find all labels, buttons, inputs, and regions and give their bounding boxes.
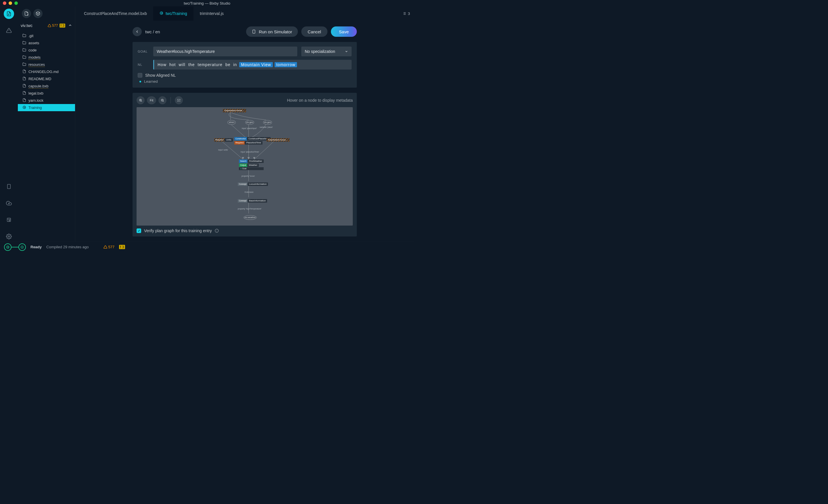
- edge-label: input 'units': [218, 149, 228, 151]
- tree-item-label: Training: [29, 105, 42, 110]
- tree-item-label: assets: [29, 41, 39, 45]
- folder-icon: [23, 48, 26, 53]
- learned-label: Learned: [144, 79, 158, 84]
- editor-area: ConstructPlaceAndTime.model.bxbtwc/Train…: [75, 6, 414, 242]
- nl-token[interactable]: Mountain View: [239, 62, 273, 67]
- bixby-icon: [160, 11, 163, 16]
- tree-item-label: capsule.bxb: [29, 84, 48, 89]
- activity-rail: [0, 6, 18, 242]
- node-expression[interactable]: Expression tmnw…: [223, 109, 246, 112]
- tree-item-label: legal.bxb: [29, 91, 43, 95]
- bixby-icon: [23, 105, 26, 110]
- tab-twc-Training[interactable]: twc/Training: [153, 6, 194, 21]
- edge-label: input 'placeAndTime': [241, 151, 259, 153]
- verify-checkbox[interactable]: [136, 228, 141, 233]
- show-aligned-checkbox[interactable]: [138, 73, 142, 78]
- folder-icon: [23, 55, 26, 60]
- file-icon: [23, 84, 26, 89]
- tree-item-label: .git: [29, 34, 33, 38]
- edge-label: property 'locus': [242, 175, 255, 177]
- svg-point-7: [9, 220, 10, 221]
- tree-item-capsule-bxb[interactable]: capsule.bxb: [18, 83, 75, 90]
- tab-right-indicator[interactable]: 3: [402, 6, 414, 21]
- titlebar: twc/Training — Bixby Studio: [0, 0, 414, 6]
- rail-cloud[interactable]: [4, 198, 14, 208]
- nl-token[interactable]: How: [157, 62, 167, 67]
- new-file-button[interactable]: [22, 9, 31, 18]
- node-units[interactable]: RequiredUnits: [214, 138, 233, 142]
- specialization-select[interactable]: No specialization: [301, 47, 351, 56]
- node-expression2[interactable]: Expression locus…: [266, 138, 290, 142]
- svg-point-8: [8, 236, 10, 237]
- chevron-up-icon[interactable]: [68, 23, 72, 28]
- node-locusinfo[interactable]: ConceptLocusInformation: [238, 182, 268, 186]
- edge-label: input 'placeInput': [242, 127, 257, 129]
- nl-token[interactable]: temperature: [197, 62, 223, 67]
- zoom-out-button[interactable]: [158, 96, 166, 104]
- node-vivweather[interactable]: viv.weather: [244, 215, 257, 220]
- nl-token[interactable]: be: [225, 62, 231, 67]
- info-icon[interactable]: [215, 229, 219, 233]
- rail-settings[interactable]: [4, 231, 14, 242]
- rail-simulator[interactable]: [4, 181, 14, 192]
- rail-library[interactable]: [4, 215, 14, 225]
- training-form: GOAL No specialization NL Howhotwillthet…: [132, 42, 357, 88]
- device-badge-icon: [18, 243, 26, 251]
- status-warn-badge[interactable]: 577: [104, 245, 115, 249]
- tree-item-code[interactable]: code: [18, 47, 75, 54]
- tree-item-resources[interactable]: resources: [18, 61, 75, 68]
- node-findweather[interactable]: SearchFindWeather OutputWeather ● Goal: [239, 159, 264, 170]
- cancel-button[interactable]: Cancel: [301, 27, 327, 37]
- tab-ConstructPlaceAndTime-model-bxb[interactable]: ConstructPlaceAndTime.model.bxb: [78, 6, 153, 21]
- svg-rect-20: [253, 30, 255, 33]
- window-title: twc/Training — Bixby Studio: [0, 1, 414, 5]
- tab-trimInterval-js[interactable]: trimInterval.js: [194, 6, 230, 21]
- capsule-header[interactable]: viv.twc 577 !3: [18, 21, 75, 31]
- goal-input[interactable]: [153, 47, 297, 56]
- sidebar: viv.twc 577 !3 .gitassetscodemodelsresou…: [18, 6, 75, 242]
- nl-token[interactable]: tomorrow: [275, 62, 297, 67]
- save-button[interactable]: Save: [331, 27, 357, 37]
- edge-label: variable 'place': [260, 126, 273, 128]
- plan-graph-panel: Fit Hover on a node to display metadata: [132, 93, 357, 236]
- back-button[interactable]: [132, 27, 142, 36]
- tree-item-label: resources: [29, 62, 45, 67]
- graph-settings-button[interactable]: [175, 96, 183, 104]
- status-err-badge[interactable]: !3: [119, 245, 125, 249]
- tree-item-legal-bxb[interactable]: legal.bxb: [18, 90, 75, 97]
- nl-token[interactable]: hot: [169, 62, 176, 67]
- node-baseinfo[interactable]: ConceptBaseInformation: [238, 199, 267, 202]
- tree-item-README-MD[interactable]: README.MD: [18, 75, 75, 83]
- tree-item-CHANGELOG-md[interactable]: CHANGELOG.md: [18, 68, 75, 75]
- tree-item-yarn-lock[interactable]: yarn.lock: [18, 97, 75, 104]
- tab-count: 3: [408, 11, 410, 16]
- node-vivgeo1[interactable]: viv.geo: [245, 120, 254, 125]
- connection-status[interactable]: [4, 243, 26, 251]
- node-vivgeo2[interactable]: viv.geo: [263, 120, 272, 125]
- svg-line-36: [231, 124, 246, 138]
- tree-item-label: code: [29, 48, 37, 52]
- rail-warnings[interactable]: [4, 25, 14, 36]
- tree-item-Training[interactable]: Training: [18, 104, 75, 111]
- tree-item--git[interactable]: .git: [18, 32, 75, 39]
- nl-input[interactable]: HowhotwillthetemperaturebeinMountain Vie…: [153, 60, 351, 70]
- tree-item-assets[interactable]: assets: [18, 39, 75, 47]
- edge-label: property 'highTemperature': [238, 208, 262, 210]
- nl-token[interactable]: the: [188, 62, 195, 67]
- file-icon: [23, 77, 26, 81]
- package-button[interactable]: [33, 9, 43, 18]
- node-constructor[interactable]: ConstructorConstructPlaceAn… RequiredPla…: [234, 137, 271, 144]
- plan-graph[interactable]: Expression tmnw… when viv.geo viv.geo in…: [136, 107, 353, 226]
- tree-item-models[interactable]: models: [18, 54, 75, 61]
- svg-marker-43: [248, 157, 250, 159]
- status-compiled: Compiled 29 minutes ago: [46, 245, 89, 249]
- node-when[interactable]: when: [227, 120, 236, 125]
- zoom-fit-button[interactable]: Fit: [147, 96, 156, 104]
- run-simulator-button[interactable]: Run on Simulator: [246, 27, 298, 37]
- nl-token[interactable]: in: [233, 62, 238, 67]
- rail-files[interactable]: [4, 9, 14, 19]
- nl-token[interactable]: will: [178, 62, 186, 67]
- zoom-in-button[interactable]: [136, 96, 144, 104]
- tab-label: trimInterval.js: [200, 11, 224, 16]
- show-aligned-label: Show Aligned NL: [145, 73, 176, 78]
